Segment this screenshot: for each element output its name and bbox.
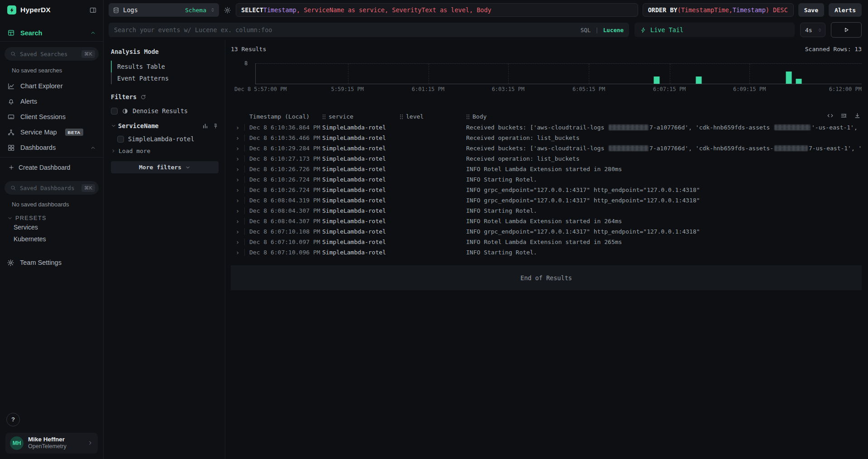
- row-timestamp: Dec 8 6:07:10.097 PM: [244, 239, 322, 245]
- expand-row-icon[interactable]: ›: [231, 249, 244, 256]
- saved-searches-input[interactable]: [20, 51, 78, 57]
- run-query-button[interactable]: [831, 22, 862, 38]
- expand-row-icon[interactable]: ›: [231, 135, 244, 141]
- refresh-interval-select[interactable]: 4s: [800, 23, 825, 37]
- denoise-label: Denoise Results: [133, 107, 188, 115]
- schema-link[interactable]: Schema: [185, 7, 206, 14]
- search-nav-icon: [7, 29, 15, 37]
- sidebar-item-dashboards[interactable]: Dashboards: [0, 140, 103, 155]
- sidebar-item-service-map[interactable]: Service Map BETA: [0, 124, 103, 140]
- search-input[interactable]: [114, 26, 576, 33]
- sidebar-item-chart-explorer[interactable]: Chart Explorer: [0, 78, 103, 94]
- user-profile[interactable]: MH Mike Heffner OpenTelemetry: [5, 433, 98, 454]
- pin-icon[interactable]: [213, 123, 219, 129]
- expand-row-icon[interactable]: ›: [231, 208, 244, 214]
- saved-searches-box[interactable]: ⌘K: [5, 47, 99, 61]
- table-row[interactable]: ›Dec 8 6:08:04.307 PMSimpleLambda-rotelI…: [231, 206, 862, 216]
- refresh-icon[interactable]: [140, 94, 146, 100]
- sql-mode-label[interactable]: SQL: [581, 27, 591, 33]
- drag-handle-icon[interactable]: [466, 114, 469, 119]
- table-row[interactable]: ›Dec 8 6:07:10.108 PMSimpleLambda-rotelI…: [231, 226, 862, 237]
- source-select[interactable]: Logs Schema: [109, 3, 219, 17]
- facet-value-row[interactable]: SimpleLambda-rotel: [111, 135, 219, 143]
- presets-label: PRESETS: [15, 215, 47, 221]
- chevron-up-icon[interactable]: [90, 30, 96, 36]
- expand-row-icon[interactable]: ›: [231, 177, 244, 183]
- row-body: Received operation: list_buckets: [466, 155, 862, 162]
- sidebar-collapse-icon[interactable]: [89, 6, 97, 14]
- expand-row-icon[interactable]: ›: [231, 229, 244, 235]
- table-row[interactable]: ›Dec 8 6:08:04.307 PMSimpleLambda-rotelI…: [231, 216, 862, 226]
- preset-item-services[interactable]: Services: [0, 221, 103, 233]
- table-row[interactable]: ›Dec 8 6:10:29.284 PMSimpleLambda-rotelR…: [231, 143, 862, 153]
- expand-row-icon[interactable]: ›: [231, 218, 244, 225]
- table-row[interactable]: ›Dec 8 6:10:26.724 PMSimpleLambda-rotelI…: [231, 185, 862, 195]
- live-tail-button[interactable]: Live Tail: [634, 23, 795, 37]
- mode-event-patterns[interactable]: Event Patterns: [111, 72, 219, 84]
- chart-bar[interactable]: [696, 76, 701, 84]
- preset-item-kubernetes[interactable]: Kubernetes: [0, 233, 103, 245]
- select-clause-input[interactable]: SELECT Timestamp, ServiceName as service…: [236, 3, 638, 17]
- chart-bar[interactable]: [786, 72, 792, 84]
- denoise-checkbox[interactable]: [111, 108, 118, 115]
- table-row[interactable]: ›Dec 8 6:10:26.724 PMSimpleLambda-rotelI…: [231, 174, 862, 185]
- wrap-lines-icon[interactable]: [840, 112, 847, 119]
- sidebar-item-alerts[interactable]: Alerts: [0, 94, 103, 109]
- facet-servicename[interactable]: ServiceName: [111, 122, 219, 129]
- column-header-service[interactable]: service: [322, 113, 400, 120]
- sidebar-item-search[interactable]: Search: [0, 24, 103, 42]
- table-row[interactable]: ›Dec 8 6:10:27.173 PMSimpleLambda-rotelR…: [231, 153, 862, 164]
- expand-row-icon[interactable]: ›: [231, 124, 244, 131]
- row-service: SimpleLambda-rotel: [322, 207, 400, 214]
- drag-handle-icon[interactable]: [400, 114, 403, 119]
- lucene-mode-label[interactable]: Lucene: [603, 27, 624, 33]
- more-filters-button[interactable]: More filters: [111, 161, 219, 173]
- expand-row-icon[interactable]: ›: [231, 156, 244, 162]
- alerts-button[interactable]: Alerts: [829, 3, 862, 17]
- sidebar-item-client-sessions[interactable]: Client Sessions: [0, 109, 103, 124]
- column-header-level[interactable]: level: [400, 113, 466, 120]
- column-header-timestamp[interactable]: Timestamp (Local): [244, 113, 322, 120]
- download-icon[interactable]: [854, 112, 861, 119]
- load-more-button[interactable]: Load more: [111, 148, 219, 154]
- order-by-p3: ) DESC: [766, 6, 788, 14]
- expand-row-icon[interactable]: ›: [231, 197, 244, 204]
- create-dashboard-button[interactable]: Create Dashboard: [0, 159, 103, 176]
- database-icon: [113, 7, 119, 14]
- facet-chart-icon[interactable]: [202, 123, 208, 129]
- row-service: SimpleLambda-rotel: [322, 228, 400, 235]
- saved-dashboards-input[interactable]: [20, 185, 78, 191]
- presets-toggle[interactable]: PRESETS: [7, 215, 103, 221]
- row-timestamp: Dec 8 6:08:04.307 PM: [244, 207, 322, 214]
- sidebar-item-team-settings[interactable]: Team Settings: [0, 255, 103, 270]
- mode-results-table[interactable]: Results Table: [111, 61, 219, 72]
- source-settings-gear-icon[interactable]: [224, 6, 231, 14]
- code-view-icon[interactable]: [827, 112, 834, 119]
- search-box[interactable]: SQL | Lucene: [109, 23, 629, 37]
- order-by-input[interactable]: ORDER BY (TimestampTime, Timestamp) DESC: [643, 3, 794, 17]
- table-row[interactable]: ›Dec 8 6:10:36.466 PMSimpleLambda-rotelR…: [231, 133, 862, 143]
- expand-row-icon[interactable]: ›: [231, 239, 244, 245]
- table-row[interactable]: ›Dec 8 6:10:36.864 PMSimpleLambda-rotelR…: [231, 122, 862, 133]
- table-row[interactable]: ›Dec 8 6:07:10.097 PMSimpleLambda-rotelI…: [231, 237, 862, 247]
- table-row[interactable]: ›Dec 8 6:07:10.096 PMSimpleLambda-rotelI…: [231, 247, 862, 258]
- expand-row-icon[interactable]: ›: [231, 145, 244, 152]
- row-service: SimpleLambda-rotel: [322, 176, 400, 183]
- chart-bar[interactable]: [654, 76, 660, 84]
- row-service: SimpleLambda-rotel: [322, 145, 400, 152]
- drag-handle-icon[interactable]: [322, 114, 325, 119]
- expand-row-icon[interactable]: ›: [231, 166, 244, 172]
- expand-row-icon[interactable]: ›: [231, 187, 244, 193]
- gear-icon: [7, 259, 14, 267]
- chevron-up-icon[interactable]: [90, 145, 96, 151]
- facet-value-checkbox[interactable]: [117, 136, 124, 143]
- table-row[interactable]: ›Dec 8 6:08:04.319 PMSimpleLambda-rotelI…: [231, 195, 862, 206]
- chart-bar[interactable]: [796, 79, 801, 84]
- user-org: OpenTelemetry: [28, 443, 67, 450]
- redacted-text: [609, 124, 649, 130]
- help-button[interactable]: ?: [6, 413, 20, 426]
- column-header-body[interactable]: Body: [466, 113, 862, 120]
- save-button[interactable]: Save: [798, 3, 824, 17]
- saved-dashboards-box[interactable]: ⌘K: [5, 181, 99, 195]
- table-row[interactable]: ›Dec 8 6:10:26.726 PMSimpleLambda-rotelI…: [231, 164, 862, 174]
